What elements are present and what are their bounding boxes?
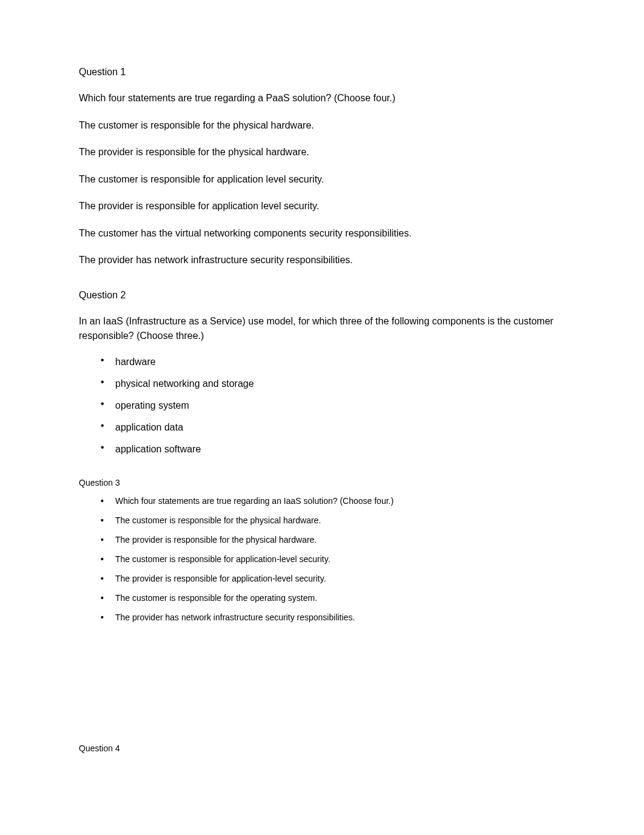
answer-option: The customer is responsible for the phys… — [79, 119, 565, 132]
list-item: The customer is responsible for the oper… — [101, 593, 565, 603]
list-item: The provider has network infrastructure … — [101, 612, 565, 622]
question-3: Question 3 Which four statements are tru… — [79, 478, 565, 622]
answer-option: The customer is responsible for applicat… — [79, 173, 565, 186]
answer-option: The customer has the virtual networking … — [79, 227, 565, 240]
question-title: Question 2 — [79, 290, 565, 301]
question-prompt: In an IaaS (Infrastructure as a Service)… — [79, 314, 565, 343]
list-item: The provider is responsible for the phys… — [101, 535, 565, 545]
list-item: The customer is responsible for applicat… — [101, 554, 565, 564]
answer-options-list: Which four statements are true regarding… — [79, 496, 565, 622]
question-title: Question 3 — [79, 478, 565, 488]
answer-option: The provider is responsible for the phys… — [79, 146, 565, 159]
list-item: The provider is responsible for applicat… — [101, 574, 565, 583]
question-4: Question 4 — [79, 743, 565, 753]
list-item: application software — [101, 444, 565, 455]
question-title: Question 1 — [79, 67, 565, 78]
list-item: operating system — [101, 400, 565, 411]
list-item: hardware — [101, 357, 565, 367]
list-item: Which four statements are true regarding… — [101, 496, 565, 506]
list-item: physical networking and storage — [101, 378, 565, 389]
answer-option: The provider is responsible for applicat… — [79, 200, 565, 213]
question-2: Question 2 In an IaaS (Infrastructure as… — [79, 290, 565, 455]
question-prompt: Which four statements are true regarding… — [79, 91, 565, 106]
list-item: application data — [101, 422, 565, 433]
answer-options-list: hardware physical networking and storage… — [79, 357, 565, 455]
question-1: Question 1 Which four statements are tru… — [79, 67, 565, 267]
answer-option: The provider has network infrastructure … — [79, 253, 565, 267]
list-item: The customer is responsible for the phys… — [101, 515, 565, 525]
